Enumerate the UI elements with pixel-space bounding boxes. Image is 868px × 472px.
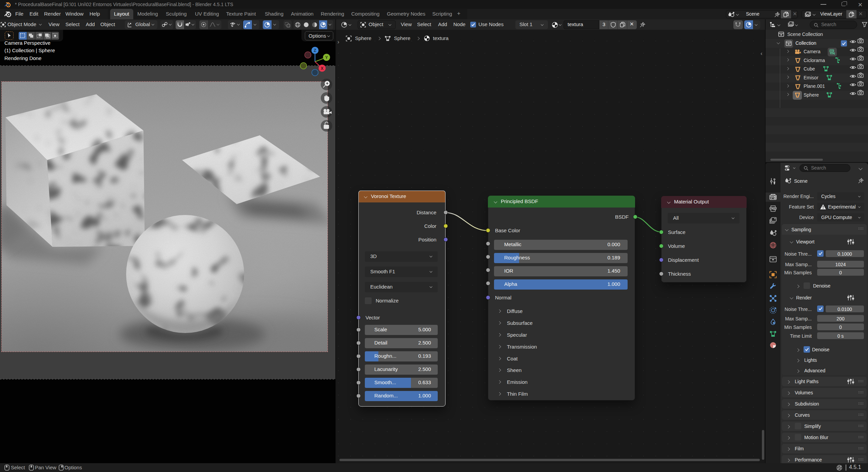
svg-text:X: X <box>321 66 323 71</box>
svg-text:Z: Z <box>314 48 316 53</box>
svg-text:Y: Y <box>325 55 328 60</box>
